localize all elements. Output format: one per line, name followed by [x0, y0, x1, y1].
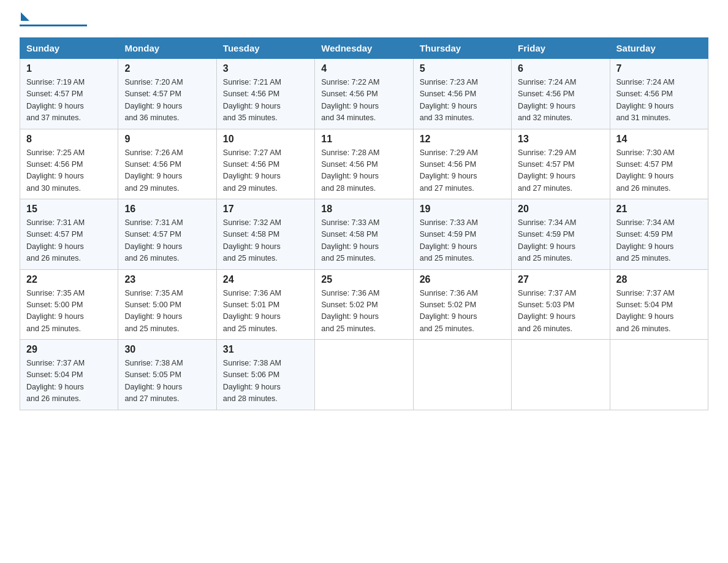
- day-number: 23: [124, 274, 210, 285]
- calendar-cell: 5Sunrise: 7:23 AMSunset: 4:56 PMDaylight…: [413, 59, 511, 129]
- day-number: 24: [223, 274, 308, 285]
- day-number: 21: [616, 204, 702, 215]
- day-info: Sunrise: 7:29 AMSunset: 4:57 PMDaylight:…: [518, 148, 576, 193]
- calendar-cell: 7Sunrise: 7:24 AMSunset: 4:56 PMDaylight…: [610, 59, 708, 129]
- calendar-cell: 30Sunrise: 7:38 AMSunset: 5:05 PMDayligh…: [118, 340, 216, 410]
- day-number: 17: [223, 204, 308, 215]
- col-header-wednesday: Wednesday: [315, 38, 413, 59]
- calendar-cell: 27Sunrise: 7:37 AMSunset: 5:03 PMDayligh…: [512, 269, 610, 340]
- day-info: Sunrise: 7:37 AMSunset: 5:04 PMDaylight:…: [616, 289, 675, 333]
- calendar-cell: 15Sunrise: 7:31 AMSunset: 4:57 PMDayligh…: [20, 199, 118, 270]
- day-number: 14: [616, 134, 702, 145]
- calendar-cell: 16Sunrise: 7:31 AMSunset: 4:57 PMDayligh…: [118, 199, 216, 270]
- day-number: 27: [518, 274, 603, 285]
- day-number: 28: [616, 274, 702, 285]
- calendar-cell: 9Sunrise: 7:26 AMSunset: 4:56 PMDaylight…: [118, 129, 216, 199]
- calendar-cell: [610, 340, 708, 410]
- day-number: 1: [26, 63, 112, 74]
- day-number: 3: [223, 63, 308, 74]
- calendar-cell: 17Sunrise: 7:32 AMSunset: 4:58 PMDayligh…: [216, 199, 314, 270]
- col-header-saturday: Saturday: [610, 38, 708, 59]
- day-info: Sunrise: 7:37 AMSunset: 5:04 PMDaylight:…: [26, 359, 85, 403]
- calendar-cell: 10Sunrise: 7:27 AMSunset: 4:56 PMDayligh…: [216, 129, 314, 199]
- day-number: 13: [518, 134, 603, 145]
- calendar-cell: [512, 340, 610, 410]
- day-info: Sunrise: 7:33 AMSunset: 4:59 PMDaylight:…: [420, 218, 478, 262]
- calendar-cell: 14Sunrise: 7:30 AMSunset: 4:57 PMDayligh…: [610, 129, 708, 199]
- day-number: 16: [124, 204, 210, 215]
- day-number: 9: [124, 134, 210, 145]
- day-info: Sunrise: 7:34 AMSunset: 4:59 PMDaylight:…: [616, 218, 675, 262]
- day-info: Sunrise: 7:31 AMSunset: 4:57 PMDaylight:…: [124, 218, 183, 262]
- col-header-thursday: Thursday: [413, 38, 511, 59]
- day-info: Sunrise: 7:35 AMSunset: 5:00 PMDaylight:…: [124, 289, 183, 333]
- calendar-cell: 24Sunrise: 7:36 AMSunset: 5:01 PMDayligh…: [216, 269, 314, 340]
- day-info: Sunrise: 7:32 AMSunset: 4:58 PMDaylight:…: [223, 218, 281, 262]
- day-info: Sunrise: 7:35 AMSunset: 5:00 PMDaylight:…: [26, 289, 85, 333]
- calendar-cell: 19Sunrise: 7:33 AMSunset: 4:59 PMDayligh…: [413, 199, 511, 270]
- calendar-cell: 31Sunrise: 7:38 AMSunset: 5:06 PMDayligh…: [216, 340, 314, 410]
- day-info: Sunrise: 7:38 AMSunset: 5:05 PMDaylight:…: [124, 359, 183, 403]
- calendar-cell: 23Sunrise: 7:35 AMSunset: 5:00 PMDayligh…: [118, 269, 216, 340]
- calendar-week-row: 15Sunrise: 7:31 AMSunset: 4:57 PMDayligh…: [20, 199, 708, 270]
- calendar-cell: 25Sunrise: 7:36 AMSunset: 5:02 PMDayligh…: [315, 269, 413, 340]
- day-number: 29: [26, 344, 112, 355]
- day-number: 26: [420, 274, 505, 285]
- calendar-cell: 1Sunrise: 7:19 AMSunset: 4:57 PMDaylight…: [20, 59, 118, 129]
- calendar-cell: [413, 340, 511, 410]
- calendar-cell: 28Sunrise: 7:37 AMSunset: 5:04 PMDayligh…: [610, 269, 708, 340]
- day-info: Sunrise: 7:28 AMSunset: 4:56 PMDaylight:…: [321, 148, 379, 193]
- calendar-cell: 22Sunrise: 7:35 AMSunset: 5:00 PMDayligh…: [20, 269, 118, 340]
- day-info: Sunrise: 7:19 AMSunset: 4:57 PMDaylight:…: [26, 78, 85, 122]
- calendar-table: SundayMondayTuesdayWednesdayThursdayFrid…: [20, 37, 708, 410]
- col-header-sunday: Sunday: [20, 38, 118, 59]
- page-header: [20, 15, 708, 26]
- day-number: 7: [616, 63, 702, 74]
- day-info: Sunrise: 7:31 AMSunset: 4:57 PMDaylight:…: [26, 218, 85, 262]
- day-info: Sunrise: 7:33 AMSunset: 4:58 PMDaylight:…: [321, 218, 379, 262]
- calendar-week-row: 29Sunrise: 7:37 AMSunset: 5:04 PMDayligh…: [20, 340, 708, 410]
- day-info: Sunrise: 7:23 AMSunset: 4:56 PMDaylight:…: [420, 78, 478, 122]
- calendar-cell: 13Sunrise: 7:29 AMSunset: 4:57 PMDayligh…: [512, 129, 610, 199]
- col-header-friday: Friday: [512, 38, 610, 59]
- calendar-cell: 18Sunrise: 7:33 AMSunset: 4:58 PMDayligh…: [315, 199, 413, 270]
- day-number: 30: [124, 344, 210, 355]
- calendar-cell: 11Sunrise: 7:28 AMSunset: 4:56 PMDayligh…: [315, 129, 413, 199]
- day-info: Sunrise: 7:25 AMSunset: 4:56 PMDaylight:…: [26, 148, 85, 193]
- calendar-week-row: 1Sunrise: 7:19 AMSunset: 4:57 PMDaylight…: [20, 59, 708, 129]
- calendar-cell: 3Sunrise: 7:21 AMSunset: 4:56 PMDaylight…: [216, 59, 314, 129]
- day-info: Sunrise: 7:20 AMSunset: 4:57 PMDaylight:…: [124, 78, 183, 122]
- day-number: 31: [223, 344, 308, 355]
- day-number: 5: [420, 63, 505, 74]
- day-info: Sunrise: 7:30 AMSunset: 4:57 PMDaylight:…: [616, 148, 675, 193]
- col-header-monday: Monday: [118, 38, 216, 59]
- day-number: 8: [26, 134, 112, 145]
- day-info: Sunrise: 7:29 AMSunset: 4:56 PMDaylight:…: [420, 148, 478, 193]
- day-info: Sunrise: 7:38 AMSunset: 5:06 PMDaylight:…: [223, 359, 281, 403]
- calendar-cell: 29Sunrise: 7:37 AMSunset: 5:04 PMDayligh…: [20, 340, 118, 410]
- day-info: Sunrise: 7:37 AMSunset: 5:03 PMDaylight:…: [518, 289, 576, 333]
- calendar-cell: 6Sunrise: 7:24 AMSunset: 4:56 PMDaylight…: [512, 59, 610, 129]
- day-info: Sunrise: 7:24 AMSunset: 4:56 PMDaylight:…: [616, 78, 675, 122]
- day-number: 4: [321, 63, 406, 74]
- day-number: 22: [26, 274, 112, 285]
- day-number: 18: [321, 204, 406, 215]
- calendar-cell: [315, 340, 413, 410]
- day-info: Sunrise: 7:36 AMSunset: 5:01 PMDaylight:…: [223, 289, 281, 333]
- calendar-cell: 26Sunrise: 7:36 AMSunset: 5:02 PMDayligh…: [413, 269, 511, 340]
- day-number: 12: [420, 134, 505, 145]
- day-info: Sunrise: 7:36 AMSunset: 5:02 PMDaylight:…: [321, 289, 379, 333]
- day-info: Sunrise: 7:24 AMSunset: 4:56 PMDaylight:…: [518, 78, 576, 122]
- day-number: 2: [124, 63, 210, 74]
- calendar-cell: 21Sunrise: 7:34 AMSunset: 4:59 PMDayligh…: [610, 199, 708, 270]
- calendar-week-row: 8Sunrise: 7:25 AMSunset: 4:56 PMDaylight…: [20, 129, 708, 199]
- calendar-cell: 2Sunrise: 7:20 AMSunset: 4:57 PMDaylight…: [118, 59, 216, 129]
- day-number: 25: [321, 274, 406, 285]
- day-number: 20: [518, 204, 603, 215]
- calendar-cell: 8Sunrise: 7:25 AMSunset: 4:56 PMDaylight…: [20, 129, 118, 199]
- day-number: 15: [26, 204, 112, 215]
- day-info: Sunrise: 7:34 AMSunset: 4:59 PMDaylight:…: [518, 218, 576, 262]
- calendar-header-row: SundayMondayTuesdayWednesdayThursdayFrid…: [20, 38, 708, 59]
- calendar-cell: 12Sunrise: 7:29 AMSunset: 4:56 PMDayligh…: [413, 129, 511, 199]
- day-number: 10: [223, 134, 308, 145]
